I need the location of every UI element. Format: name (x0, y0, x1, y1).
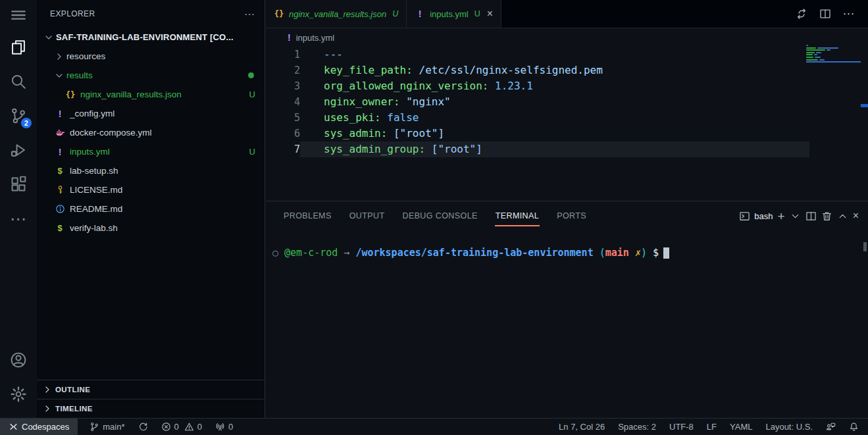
docker-whale-icon (54, 128, 66, 138)
status-notifications[interactable] (848, 419, 860, 435)
code-line-3[interactable]: 3org_allowed_nginx_version: 1.23.1 (266, 78, 868, 94)
tree-item-folder-resources[interactable]: resources (37, 47, 265, 66)
tree-item-folder-results[interactable]: results (37, 66, 265, 85)
git-status-badge: U (249, 147, 255, 157)
line-number: 2 (266, 63, 300, 78)
activity-bar-item-settings[interactable] (0, 377, 37, 411)
minimap-token (806, 59, 818, 61)
status-bar: Codespacesmain*000 Ln 7, Col 26Spaces: 2… (0, 418, 868, 435)
tree-item-label: SAF-TRAINING-LAB-ENVIRONMENT [CO... (56, 32, 234, 42)
breadcrumb[interactable]: !inputs.yml (266, 28, 868, 47)
status-feedback[interactable] (825, 419, 837, 435)
tree-item-file-inputs-yml[interactable]: !inputs.ymlU (37, 142, 265, 161)
tree-item-file-license[interactable]: LICENSE.md (37, 180, 265, 199)
code-line-4[interactable]: 4nginx_owner: "nginx" (266, 94, 868, 110)
close-icon[interactable]: × (487, 9, 493, 19)
code-token: --- (324, 48, 343, 61)
activity-bar-item-search[interactable] (0, 64, 37, 99)
panel-tab-problems[interactable]: PROBLEMS (284, 201, 332, 230)
code-line-7[interactable]: 7sys_admin_group: ["root"] (266, 141, 868, 157)
status-forwarded-ports[interactable]: 0 (214, 419, 234, 435)
minimap-token (806, 52, 815, 53)
tree-item-label: nginx_vanilla_results.json (80, 90, 182, 99)
terminal-prompt-segment: /workspaces/saf-training-lab-environment (355, 247, 593, 259)
sidebar-section-timeline[interactable]: TIMELINE (37, 399, 265, 418)
panel-tab-terminal[interactable]: TERMINAL (496, 201, 539, 230)
activity-bar-item-run-debug[interactable] (0, 133, 37, 167)
status-language-mode[interactable]: YAML (728, 419, 753, 435)
chevron-down-icon (54, 70, 64, 81)
status-eol-sequence[interactable]: LF (705, 419, 718, 435)
panel-tab-output[interactable]: OUTPUT (349, 201, 385, 230)
exclaim-icon: ! (54, 109, 66, 119)
tree-item-label: docker-compose.yml (70, 128, 152, 138)
explorer-more-actions-button[interactable]: ⋯ (244, 8, 255, 20)
file-tree: SAF-TRAINING-LAB-ENVIRONMENT [CO...resou… (37, 28, 265, 380)
code-token: nginx_owner: (324, 95, 400, 108)
status-git-branch[interactable]: main* (88, 419, 126, 435)
feedback-icon (826, 422, 836, 432)
activity-bar-item-account[interactable] (0, 343, 37, 377)
status-keyboard-layout[interactable]: Layout: U.S. (764, 419, 814, 435)
sidebar-section-outline[interactable]: OUTLINE (37, 380, 265, 399)
activity-bar-item-explorer[interactable] (0, 30, 37, 64)
tree-item-file-readme[interactable]: README.md (37, 199, 265, 218)
terminal-scrollbar[interactable] (863, 242, 867, 251)
activity-bar-item-source-control[interactable]: 2 (0, 99, 37, 133)
kill-terminal-button[interactable] (821, 211, 832, 222)
new-terminal-button[interactable]: + (778, 210, 785, 222)
activity-bar-item-additional-views[interactable]: ⋯ (0, 201, 37, 236)
status-label: Spaces: 2 (618, 422, 656, 432)
tree-item-file-config-yml[interactable]: !_config.yml (37, 104, 265, 123)
chevron-up-icon (837, 211, 848, 222)
code-line-2[interactable]: 2key_file_path: /etc/ssl/nginx-selfsigne… (266, 63, 868, 78)
split-terminal-button[interactable] (805, 211, 817, 222)
status-indentation[interactable]: Spaces: 2 (617, 419, 657, 435)
split-editor-button[interactable] (815, 4, 835, 24)
status-cursor-position[interactable]: Ln 7, Col 26 (557, 419, 606, 435)
code-line-5[interactable]: 5uses_pki: false (266, 110, 868, 126)
minimap-line (806, 57, 862, 58)
more-editor-actions-button[interactable]: ⋯ (839, 4, 859, 24)
panel-tab-debug-console[interactable]: DEBUG CONSOLE (402, 201, 477, 230)
maximize-panel-button[interactable] (837, 211, 848, 222)
activity-bar-item-extensions[interactable] (0, 167, 37, 201)
close-panel-button[interactable]: × (853, 211, 859, 221)
tree-item-label: resources (66, 51, 105, 61)
status-problems-summary[interactable]: 00 (160, 419, 203, 435)
shell-dollar-icon: $ (54, 166, 66, 176)
open-changes-button[interactable] (792, 4, 811, 24)
status-sync-changes[interactable] (137, 419, 149, 435)
terminal-launch-dropdown-button[interactable] (790, 211, 801, 222)
code-area[interactable]: 1---2key_file_path: /etc/ssl/nginx-selfs… (266, 47, 868, 157)
shell-name-label: bash (754, 211, 773, 221)
terminal-prompt-segment: main (605, 247, 629, 259)
terminal-shell-button[interactable]: bash (739, 211, 773, 222)
account-icon (10, 351, 27, 369)
code-token: sys_admin_group: (324, 143, 425, 155)
activity-bar-item-menu[interactable] (0, 0, 37, 30)
git-status-badge: U (249, 90, 255, 99)
minimap[interactable] (806, 45, 862, 63)
tree-item-file-docker-compose[interactable]: docker-compose.yml (37, 123, 265, 142)
tab-label: inputs.yml (430, 9, 469, 19)
terminal-output[interactable]: ○ @em-c-rod → /workspaces/saf-training-l… (266, 230, 868, 259)
status-encoding[interactable]: UTF-8 (668, 419, 695, 435)
radio-tower-icon (215, 422, 225, 432)
tab-inputs-yml[interactable]: !inputs.ymlU× (407, 0, 501, 28)
tree-item-file-lab-setup[interactable]: $lab-setup.sh (37, 161, 265, 180)
status-label: Layout: U.S. (765, 422, 813, 432)
status-label: Ln 7, Col 26 (559, 422, 605, 432)
panel-tab-ports[interactable]: PORTS (557, 201, 586, 230)
tab-nginx-vanilla-results[interactable]: {}nginx_vanilla_results.jsonU (266, 0, 407, 28)
tree-item-file-nginx-vanilla-results[interactable]: {}nginx_vanilla_results.jsonU (37, 85, 265, 104)
close-icon: × (853, 211, 859, 221)
menu-icon (10, 7, 27, 24)
source-control-badge: 2 (21, 118, 32, 128)
code-line-6[interactable]: 6sys_admin: ["root"] (266, 126, 868, 141)
tree-item-file-verify-lab[interactable]: $verify-lab.sh (37, 218, 265, 238)
explorer-sidebar: EXPLORER ⋯ SAF-TRAINING-LAB-ENVIRONMENT … (37, 0, 265, 418)
tree-item-root-folder[interactable]: SAF-TRAINING-LAB-ENVIRONMENT [CO... (37, 28, 265, 47)
status-remote-indicator[interactable]: Codespaces (0, 419, 78, 435)
code-line-1[interactable]: 1--- (266, 47, 868, 63)
